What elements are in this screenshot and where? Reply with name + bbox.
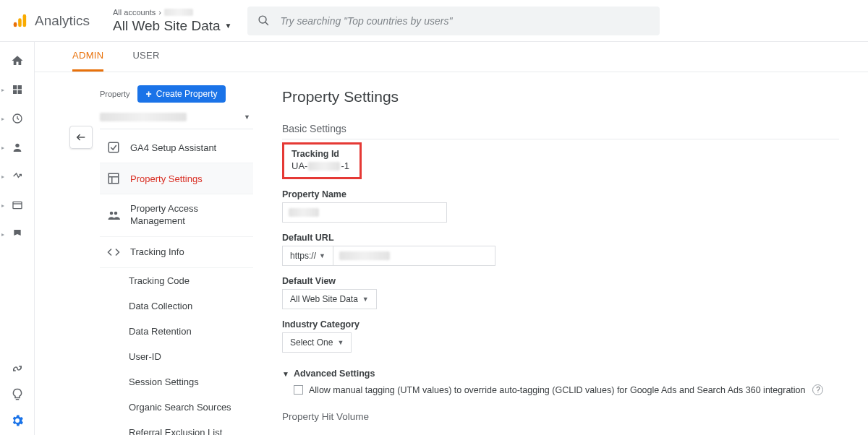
tracking-id-highlight: Tracking Id UA- -1 [282,142,362,179]
people-icon [107,209,120,222]
tracking-id-redacted [308,162,340,171]
nav-label: Property Settings [130,173,203,184]
svg-line-4 [265,22,268,25]
caret-down-icon: ▼ [244,113,250,121]
svg-rect-15 [109,142,119,152]
sub-session-settings[interactable]: Session Settings [129,369,253,395]
left-rail: ▸ ▸ ▸ ▸ ▸ ▸ [0,42,35,435]
industry-select[interactable]: Select One ▼ [282,332,352,353]
account-name-redacted [164,9,193,16]
property-hit-volume-header: Property Hit Volume [282,411,839,422]
chevron-right-icon: › [158,8,161,17]
default-view-label: Default View [282,276,839,286]
view-name: All Web Site Data [113,18,221,34]
nav-tracking-info[interactable]: Tracking Info [100,237,253,268]
advanced-settings-label: Advanced Settings [294,369,375,379]
plus-icon: + [146,89,152,99]
svg-point-19 [110,212,114,215]
help-icon[interactable]: ? [812,384,823,395]
triangle-down-icon: ▼ [282,370,289,378]
nav-access-management[interactable]: Property Access Management [100,194,253,237]
tracking-id-prefix: UA- [292,160,307,171]
svg-rect-0 [14,22,17,26]
app-header: Analytics All accounts › All Web Site Da… [0,0,868,42]
property-selector[interactable]: ▼ [100,108,253,129]
svg-point-20 [114,212,118,215]
industry-value: Select One [290,337,333,348]
rail-attribution[interactable] [7,361,27,376]
breadcrumb: All accounts › [113,8,231,17]
main-layout: ▸ ▸ ▸ ▸ ▸ ▸ [0,42,868,435]
industry-label: Industry Category [282,319,839,330]
property-name-input[interactable] [282,202,447,223]
default-view-value: All Web Site Data [290,294,358,304]
rail-audience[interactable]: ▸ [7,140,27,155]
default-url-input[interactable] [333,246,495,266]
admin-body: Property + Create Property ▼ GA4 [35,72,868,435]
svg-rect-11 [13,202,22,208]
default-view-select[interactable]: All Web Site Data ▼ [282,289,377,309]
tab-user[interactable]: USER [132,50,159,72]
tracking-id-value: UA- -1 [292,160,352,171]
caret-down-icon: ▼ [362,296,369,303]
advanced-settings-toggle[interactable]: ▼ Advanced Settings [282,369,839,379]
tracking-id-suffix: -1 [341,160,349,171]
rail-realtime[interactable]: ▸ [7,111,27,126]
caret-down-icon: ▼ [319,252,326,259]
analytics-logo-icon [12,13,27,29]
svg-point-3 [260,16,267,23]
tab-admin[interactable]: ADMIN [72,50,103,72]
default-url-redacted [339,251,390,260]
nav-property-settings[interactable]: Property Settings [100,163,253,194]
content: ADMIN USER Property + Create Property ▼ [35,42,868,435]
svg-rect-2 [23,14,27,26]
search-box[interactable] [247,7,660,35]
manual-tagging-checkbox[interactable] [294,385,303,395]
sub-data-retention[interactable]: Data Retention [129,319,253,344]
svg-point-10 [15,144,19,147]
caret-down-icon: ▼ [225,22,232,30]
nav-ga4-assistant[interactable]: GA4 Setup Assistant [100,132,253,163]
page-title: Property Settings [282,88,839,105]
tracking-sublist: Tracking Code Data Collection Data Reten… [100,268,253,435]
rail-admin[interactable] [7,413,27,428]
logo[interactable]: Analytics [12,13,113,29]
rail-acquisition[interactable]: ▸ [7,169,27,184]
basic-settings-header: Basic Settings [282,123,839,139]
sub-tracking-code[interactable]: Tracking Code [129,268,253,293]
rail-home[interactable] [7,53,27,68]
property-name-redacted [100,113,187,121]
settings-panel: Property Settings Basic Settings Trackin… [253,85,868,435]
svg-rect-8 [17,90,21,94]
tracking-id-label: Tracking Id [292,149,352,159]
sub-referral-exclusion[interactable]: Referral Exclusion List [129,420,253,435]
default-url-row: https:// ▼ [282,246,839,266]
rail-reports[interactable]: ▸ [7,82,27,97]
nav-label: Property Access Management [130,203,246,228]
rail-behavior[interactable]: ▸ [7,198,27,212]
back-button[interactable] [69,126,93,149]
caret-down-icon: ▼ [337,339,344,346]
nav-label: Tracking Info [130,246,184,257]
search-icon [258,14,270,27]
default-url-label: Default URL [282,233,839,243]
account-selector[interactable]: All accounts › All Web Site Data ▼ [113,8,231,34]
svg-rect-16 [109,173,119,184]
sub-user-id[interactable]: User-ID [129,344,253,369]
rail-discover[interactable] [7,387,27,402]
view-title: All Web Site Data ▼ [113,18,231,34]
property-column: Property + Create Property ▼ GA4 [100,85,253,435]
search-input[interactable] [280,15,650,27]
create-property-button[interactable]: + Create Property [137,85,226,103]
sub-organic-sources[interactable]: Organic Search Sources [129,395,253,420]
code-icon [107,246,120,259]
svg-rect-1 [18,18,22,27]
breadcrumb-prefix: All accounts [113,8,156,17]
svg-rect-7 [13,90,17,94]
create-property-label: Create Property [156,89,218,99]
svg-rect-6 [17,85,21,89]
sub-data-collection[interactable]: Data Collection [129,293,253,319]
rail-conversions[interactable]: ▸ [7,227,27,241]
nav-label: GA4 Setup Assistant [130,142,216,153]
protocol-select[interactable]: https:// ▼ [282,246,333,266]
